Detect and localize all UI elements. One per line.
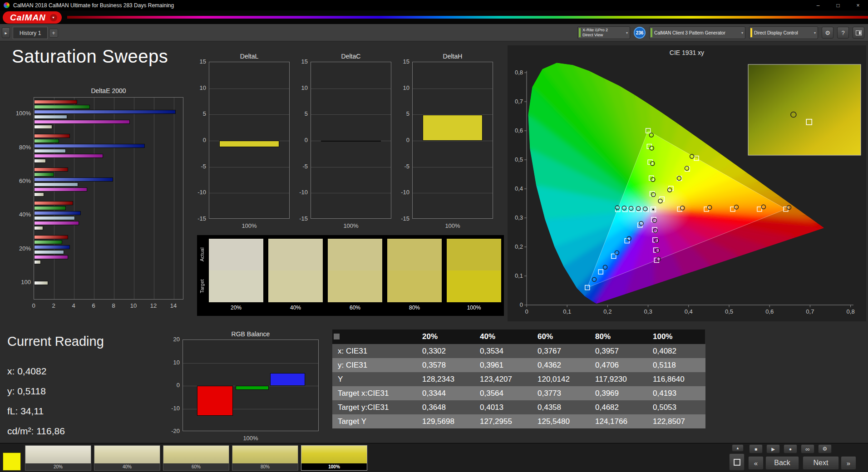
table-cell: 128,2343 (417, 372, 474, 386)
cie-inset-zoom (748, 64, 861, 155)
x-tick-label: 0,6 (765, 308, 774, 315)
add-tab-button[interactable]: + (49, 29, 58, 38)
calman-logo[interactable]: CalMAN ▼ (3, 11, 62, 24)
current-reading-title: Current Reading (7, 334, 104, 349)
reading-cdm2: cd/m²: 116,86 (7, 426, 65, 437)
table-cell: 0,4013 (474, 400, 532, 414)
y-tick-label: 0 (294, 137, 308, 143)
app-icon (4, 2, 10, 8)
bar-magenta-20% (34, 255, 68, 259)
measured-point (735, 205, 739, 209)
y-tick-label: 10 (396, 84, 409, 91)
table-cell: 124,1766 (590, 414, 647, 428)
x-tick-label: 0,2 (603, 308, 612, 315)
bar-white-40% (34, 226, 43, 230)
row-label: y: CIE31 (332, 358, 417, 372)
y-tick-label: 10 (164, 359, 180, 366)
stop-button[interactable]: ■ (749, 444, 763, 453)
chevron-down-icon: ▾ (814, 31, 816, 35)
y-tick-label: 5 (396, 110, 409, 117)
measured-point (655, 238, 659, 242)
saturation-patch-100%[interactable]: 100% (301, 445, 367, 471)
saturation-patch-40%[interactable]: 40% (94, 445, 160, 471)
table-cell: 125,5480 (532, 414, 590, 428)
y-tick-label: 40% (12, 211, 31, 218)
next-button[interactable]: Next (803, 456, 839, 470)
y-tick-label: -10 (164, 405, 180, 412)
bar-white-100 (34, 281, 48, 285)
settings-button[interactable]: ⚙ (822, 27, 833, 39)
y-tick-label: 15 (396, 58, 409, 65)
tab-history-1[interactable]: History 1 (13, 27, 48, 39)
exposure-badge[interactable]: 236 (634, 27, 646, 39)
measured-point (649, 133, 653, 137)
stop-icon: ■ (755, 447, 757, 452)
pattern-generator-dropdown[interactable]: CalMAN Client 3 Pattern Generator ▾ (649, 26, 745, 39)
table-cell: 0,4682 (590, 400, 647, 414)
patch-gloss (301, 446, 367, 463)
bar-green-40% (34, 206, 66, 210)
saturation-patch-60%[interactable]: 60% (163, 445, 229, 471)
y-tick-label: -10 (192, 189, 206, 196)
y-tick-label: 15 (294, 58, 308, 65)
back-button[interactable]: Back (765, 456, 799, 470)
help-button[interactable]: ? (837, 27, 849, 39)
table-header-cell: 60% (532, 329, 590, 344)
layout-button[interactable] (853, 27, 864, 39)
table-cell: 0,3344 (417, 386, 474, 400)
y-tick-label: -10 (294, 189, 308, 196)
measured-point (668, 188, 672, 192)
deltah-plot (412, 62, 493, 219)
display-control-dropdown[interactable]: Direct Display Control ▾ (749, 26, 818, 39)
gridline (413, 167, 493, 167)
y-tick-label: 5 (294, 110, 308, 117)
actual-swatch-80% (387, 239, 442, 270)
nav-arrow-button[interactable]: ▸ (2, 27, 10, 38)
record-button[interactable]: ● (784, 444, 797, 453)
rgb-balance-chart: RGB Balance 100% 20100-10-20 (162, 329, 323, 442)
saturation-swatch-strip: ActualTarget20%40%60%80%100% (197, 235, 504, 316)
collapse-button[interactable]: ▲ (732, 444, 744, 452)
first-page-button[interactable]: « (748, 456, 764, 470)
table-handle (334, 334, 340, 339)
swatch-label: 40% (268, 303, 323, 312)
window-title: CalMAN 2018 CalMAN Ultimate for Business… (13, 2, 174, 9)
last-page-button[interactable]: » (841, 456, 856, 470)
measure-settings-button[interactable]: ⚙ (818, 444, 832, 453)
target-swatch-80% (387, 270, 442, 302)
pattern-window-button[interactable] (729, 453, 745, 471)
x-axis-label: 100% (412, 222, 493, 229)
table-cell: 127,2955 (474, 414, 532, 428)
measured-point (636, 206, 641, 211)
patch-gloss (163, 446, 229, 463)
bar-red (197, 386, 233, 416)
continuous-read-button[interactable]: ∞ (801, 444, 814, 453)
minimize-button[interactable]: – (808, 0, 828, 10)
play-button[interactable]: ▶ (766, 444, 780, 453)
swatch-label: 60% (328, 303, 382, 312)
gridline (311, 193, 391, 193)
saturation-patch-80%[interactable]: 80% (232, 445, 298, 471)
y-tick-label: 0,5 (515, 156, 523, 163)
gridline (209, 88, 289, 89)
meter-dropdown[interactable]: X-Rite i1Pro 2 Direct View ▾ (577, 26, 630, 39)
close-button[interactable]: × (848, 0, 868, 10)
maximize-button[interactable]: □ (828, 0, 848, 10)
toolbar-right-controls: X-Rite i1Pro 2 Direct View ▾ 236 CalMAN … (577, 26, 864, 39)
measured-point (656, 257, 661, 261)
y-tick-label: 20 (164, 336, 180, 343)
white-point-dot (652, 208, 654, 210)
gridline (134, 98, 134, 299)
help-icon: ? (841, 30, 844, 36)
row-label: Target Y (332, 414, 417, 428)
x-tick-label: 0 (525, 308, 528, 315)
measured-point (761, 205, 765, 209)
table-cell: 0,4706 (590, 358, 647, 372)
deltal-plot (209, 62, 290, 219)
bar-blue-40% (34, 211, 81, 215)
saturation-patch-20%[interactable]: 20% (25, 445, 91, 471)
bar-blue-80% (34, 144, 145, 148)
measured-point (643, 207, 647, 211)
target-swatch-40% (268, 270, 323, 302)
y-tick-label: 10 (294, 84, 308, 91)
